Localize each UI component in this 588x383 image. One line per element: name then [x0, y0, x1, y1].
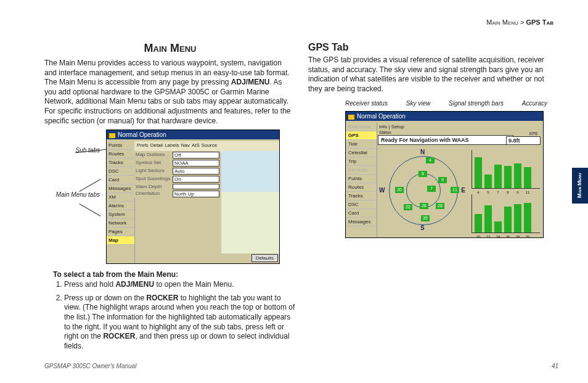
main-menu-paragraph: The Main Menu provides access to various…	[44, 59, 296, 126]
fig2-sidebar: Reference GPS Tide Celestial Trip Servic…	[346, 123, 377, 237]
callout-signal-bars: Signal strength bars	[449, 100, 504, 107]
callout-receiver-status: Receiver status	[345, 100, 388, 107]
fig2-epe-label: EPE	[529, 131, 538, 136]
callout-main-menu-tabs: Main Menu tabs	[44, 191, 100, 198]
footer-manual-title: GPSMAP 3005C Owner's Manual	[44, 363, 136, 369]
flag-icon	[348, 115, 354, 120]
fig2-titlebar: Normal Operation	[346, 112, 543, 121]
breadcrumb: Main Menu > GPS Tab	[486, 19, 553, 26]
howto-steps: Press and hold ADJ/MENU to open the Main…	[53, 280, 296, 351]
fig1-defaults-button: Defaults	[251, 254, 278, 262]
fig2-epe-value: 9.8ft	[506, 136, 541, 145]
fig1-map	[221, 151, 279, 253]
footer-page-number: 41	[552, 363, 558, 369]
gps-tab-paragraph: The GPS tab provides a visual reference …	[308, 56, 560, 94]
breadcrumb-2: GPS Tab	[526, 19, 553, 26]
breadcrumb-1: Main Menu	[486, 19, 518, 26]
howto-step-2: Press up or down on the ROCKER to highli…	[64, 294, 296, 352]
callout-sky-view: Sky view	[406, 100, 430, 107]
fig2-signal-bars: 4 5 7 8 9 11 20 22 24 26 28 35	[472, 150, 539, 233]
section-heading-gps-tab: GPS Tab	[308, 42, 560, 53]
flag-icon	[109, 133, 115, 138]
fig2-status-label: Status	[379, 130, 391, 134]
figure-gps-tab-screen: Normal Operation Reference GPS Tide Cele…	[345, 111, 544, 238]
side-tab-main-menu: Main Menu	[572, 168, 588, 204]
howto-heading: To select a tab from the Main Menu:	[53, 270, 296, 279]
fig2-status-value: Ready For Navigation with WAAS	[378, 135, 513, 145]
section-heading-main-menu: Main Menu	[44, 42, 296, 55]
figure-main-menu-screen: Normal Operation Points Routes Tracks DS…	[106, 130, 280, 264]
callout-subtabs: Sub tabs	[44, 147, 100, 154]
fig2-sky-view: N E S W 4 8 9 11 7 20 22 26 28 35	[383, 150, 463, 230]
callout-accuracy: Accuracy	[522, 100, 547, 107]
howto-step-1: Press and hold ADJ/MENU to open the Main…	[64, 280, 296, 290]
fig1-titlebar: Normal Operation	[107, 130, 279, 139]
fig1-sidebar: Points Routes Tracks DSC Card Messages X…	[107, 141, 135, 263]
fig1-options: Map OutlinesOff Symbol SetNOAA Light Sec…	[134, 151, 221, 198]
fig2-callout-row: Receiver status Sky view Signal strength…	[345, 100, 547, 107]
